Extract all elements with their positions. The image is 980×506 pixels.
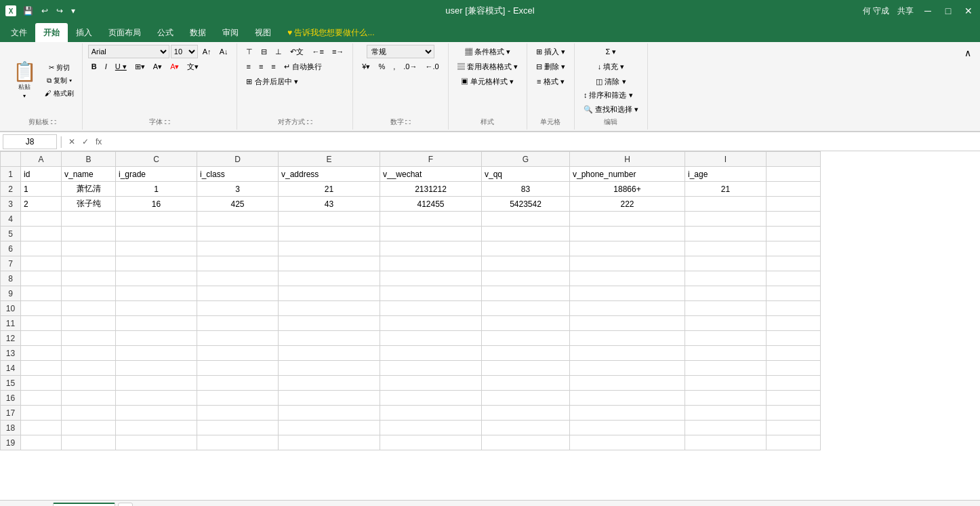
increase-decimal-btn[interactable]: .0→ (400, 60, 420, 73)
cell-3-5[interactable]: 43 (279, 197, 380, 212)
cell-8-6[interactable] (380, 271, 482, 286)
cell-10-2[interactable] (62, 301, 116, 316)
cell-2-5[interactable]: 21 (279, 182, 380, 197)
cell-14-5[interactable] (279, 361, 380, 376)
cell-18-6[interactable] (380, 421, 482, 435)
cell-6-1[interactable] (21, 241, 62, 256)
text-direction-btn[interactable]: ↶文 (287, 45, 307, 58)
cell-5-9[interactable] (685, 227, 767, 241)
cell-15-8[interactable] (570, 376, 685, 391)
font-name-select[interactable]: Arial (88, 45, 169, 58)
cell-8-1[interactable] (21, 271, 62, 286)
cell-16-9[interactable] (685, 391, 767, 406)
row-header-1[interactable]: 1 (1, 167, 21, 182)
cell-18-5[interactable] (279, 421, 380, 435)
cell-17-7[interactable] (482, 406, 570, 421)
cell-12-extra[interactable] (767, 331, 821, 346)
cell-12-5[interactable] (279, 331, 380, 346)
cell-6-4[interactable] (197, 241, 279, 256)
fill-btn[interactable]: ↓ 填充 ▾ (594, 60, 628, 73)
cell-4-3[interactable] (116, 212, 197, 227)
cell-16-7[interactable] (482, 391, 570, 406)
cell-19-6[interactable] (380, 435, 482, 450)
cell-10-9[interactable] (685, 301, 767, 316)
cell-14-7[interactable] (482, 361, 570, 376)
merge-center-btn[interactable]: ⊞ 合并后居中 ▾ (243, 75, 301, 88)
col-header-H[interactable]: H (570, 152, 685, 167)
row-header-16[interactable]: 16 (1, 391, 21, 406)
cell-2-extra[interactable] (767, 182, 821, 197)
cell-18-3[interactable] (116, 421, 197, 435)
format-cells-btn[interactable]: ≡ 格式 ▾ (533, 75, 568, 88)
conditional-format-btn[interactable]: ▦ 条件格式 ▾ (462, 45, 514, 58)
cell-7-6[interactable] (380, 256, 482, 271)
row-header-15[interactable]: 15 (1, 376, 21, 391)
cell-19-2[interactable] (62, 435, 116, 450)
tab-review[interactable]: 审阅 (214, 23, 247, 42)
align-top-btn[interactable]: ⊤ (243, 45, 256, 58)
cell-3-9[interactable] (685, 197, 767, 212)
cell-4-1[interactable] (21, 212, 62, 227)
cell-18-1[interactable] (21, 421, 62, 435)
spreadsheet-inner[interactable]: A B C D E F G H I 1idv_namei_gradei_clas… (0, 151, 980, 500)
font-color-btn[interactable]: A▾ (167, 60, 182, 73)
cell-3-2[interactable]: 张子纯 (62, 197, 116, 212)
cell-8-extra[interactable] (767, 271, 821, 286)
cell-19-3[interactable] (116, 435, 197, 450)
cell-4-7[interactable] (482, 212, 570, 227)
sort-filter-btn[interactable]: ↕ 排序和筛选 ▾ (580, 88, 642, 102)
cell-9-3[interactable] (116, 286, 197, 301)
cell-8-7[interactable] (482, 271, 570, 286)
cell-1-1[interactable]: id (21, 167, 62, 182)
cell-7-extra[interactable] (767, 256, 821, 271)
paste-button[interactable]: 📋 粘贴 ▾ (8, 60, 41, 101)
cell-17-1[interactable] (21, 406, 62, 421)
cell-5-2[interactable] (62, 227, 116, 241)
format-painter-button[interactable]: 🖌 格式刷 (42, 87, 77, 100)
cell-18-9[interactable] (685, 421, 767, 435)
cell-14-4[interactable] (197, 361, 279, 376)
cell-3-7[interactable]: 5423542 (482, 197, 570, 212)
col-header-B[interactable]: B (62, 152, 116, 167)
cell-9-extra[interactable] (767, 286, 821, 301)
cell-9-9[interactable] (685, 286, 767, 301)
align-bottom-btn[interactable]: ⊥ (272, 45, 285, 58)
cell-16-2[interactable] (62, 391, 116, 406)
cell-16-1[interactable] (21, 391, 62, 406)
cell-2-9[interactable]: 21 (685, 182, 767, 197)
cell-12-9[interactable] (685, 331, 767, 346)
cell-14-extra[interactable] (767, 361, 821, 376)
cell-5-6[interactable] (380, 227, 482, 241)
cell-5-1[interactable] (21, 227, 62, 241)
col-header-rest[interactable] (767, 152, 821, 167)
cell-6-2[interactable] (62, 241, 116, 256)
cell-12-1[interactable] (21, 331, 62, 346)
cell-14-6[interactable] (380, 361, 482, 376)
cell-1-8[interactable]: v_phone_number (570, 167, 685, 182)
comma-btn[interactable]: , (390, 60, 399, 73)
cell-6-5[interactable] (279, 241, 380, 256)
cell-11-8[interactable] (570, 316, 685, 331)
phonetic-btn[interactable]: 文▾ (184, 60, 202, 73)
cell-10-5[interactable] (279, 301, 380, 316)
cell-17-6[interactable] (380, 406, 482, 421)
indent-decrease-btn[interactable]: ←≡ (308, 45, 327, 58)
cell-8-4[interactable] (197, 271, 279, 286)
cell-4-8[interactable] (570, 212, 685, 227)
cell-17-4[interactable] (197, 406, 279, 421)
tab-insert[interactable]: 插入 (68, 23, 100, 42)
cell-15-3[interactable] (116, 376, 197, 391)
row-header-5[interactable]: 5 (1, 227, 21, 241)
cell-14-9[interactable] (685, 361, 767, 376)
cell-8-5[interactable] (279, 271, 380, 286)
cell-13-6[interactable] (380, 346, 482, 361)
cell-11-2[interactable] (62, 316, 116, 331)
cell-9-1[interactable] (21, 286, 62, 301)
insert-cells-btn[interactable]: ⊞ 插入 ▾ (533, 45, 569, 58)
cell-7-8[interactable] (570, 256, 685, 271)
align-center-btn[interactable]: ≡ (256, 60, 266, 73)
tab-data[interactable]: 数据 (182, 23, 214, 42)
cell-3-1[interactable]: 2 (21, 197, 62, 212)
cell-15-7[interactable] (482, 376, 570, 391)
cell-7-9[interactable] (685, 256, 767, 271)
